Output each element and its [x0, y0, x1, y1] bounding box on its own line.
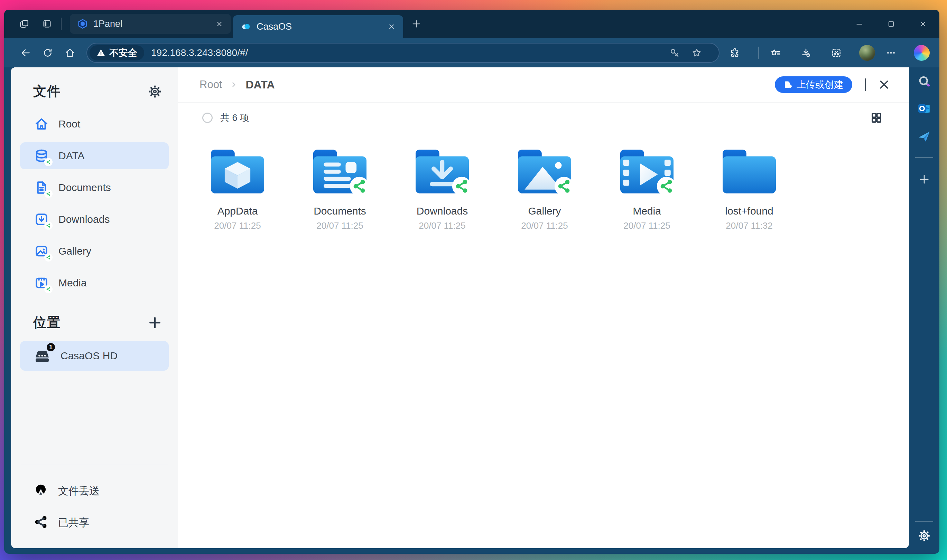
upload-or-create-button[interactable]: 上传或创建	[775, 76, 852, 93]
sidebar-item-documents[interactable]: Documents	[20, 174, 169, 201]
files-header: Root DATA 上传或创建	[178, 68, 909, 103]
tab-actions-icon	[19, 18, 29, 29]
tab-actions-button[interactable]	[17, 16, 32, 31]
location-item-casaos-hd[interactable]: 1 CasaOS HD	[20, 341, 169, 371]
breadcrumb-root[interactable]: Root	[199, 78, 222, 91]
share-badge	[44, 190, 52, 198]
home-button[interactable]	[62, 45, 77, 60]
file-card-gallery[interactable]: Gallery 20/07 11:25	[494, 147, 596, 231]
edge-sidebar-divider	[915, 521, 933, 522]
close-window-button[interactable]	[915, 16, 930, 31]
location-item-label: CasaOS HD	[60, 350, 117, 362]
sidebar-add-button[interactable]	[916, 171, 933, 188]
password-button[interactable]	[667, 45, 682, 60]
browser-menu-button[interactable]	[884, 45, 899, 60]
add-location-button[interactable]	[147, 315, 162, 330]
folder-icon	[391, 147, 494, 198]
upload-button-label: 上传或创建	[797, 78, 843, 91]
sidebar-search-button[interactable]	[916, 74, 933, 90]
key-icon	[669, 47, 680, 58]
sidebar-settings-button[interactable]	[147, 84, 162, 99]
edge-sidebar	[909, 68, 939, 548]
refresh-button[interactable]	[40, 45, 56, 60]
folder-icon	[698, 147, 800, 198]
sidebar-item-gallery[interactable]: Gallery	[20, 238, 169, 265]
search-icon	[917, 75, 932, 89]
sidebar-item-label: Documents	[59, 182, 111, 194]
security-badge[interactable]: 不安全	[89, 45, 144, 60]
file-card-media[interactable]: Media 20/07 11:25	[596, 147, 698, 231]
tab-close-icon[interactable]	[385, 20, 398, 33]
tab-close-icon[interactable]	[213, 18, 225, 30]
tab-title: CasaOS	[256, 22, 292, 32]
sidebar-drop-button[interactable]	[916, 128, 933, 145]
file-date: 20/07 11:25	[596, 220, 698, 231]
edge-sidebar-divider	[915, 157, 933, 158]
file-date: 20/07 11:25	[187, 220, 289, 231]
puzzle-icon	[729, 47, 740, 58]
sidebar-item-downloads[interactable]: Downloads	[20, 206, 169, 233]
tab-1panel[interactable]: 1Panel	[70, 14, 231, 34]
collections-star-icon	[770, 47, 781, 58]
grid-view-icon	[871, 112, 882, 124]
downloads-button[interactable]	[798, 45, 814, 60]
chevron-right-icon	[230, 81, 237, 88]
header-divider	[865, 78, 866, 91]
sidebar-footer-divider	[21, 465, 168, 465]
new-tab-button[interactable]	[409, 16, 424, 31]
sidebar-item-media[interactable]: Media	[20, 269, 169, 296]
file-card-downloads[interactable]: Downloads 20/07 11:25	[391, 147, 494, 231]
star-icon	[691, 47, 702, 58]
window-controls	[851, 16, 930, 31]
items-count-label: 共 6 项	[220, 112, 249, 124]
sidebar-settings-button[interactable]	[916, 528, 933, 544]
tab-title: 1Panel	[93, 18, 122, 29]
share-badge	[44, 253, 52, 262]
file-card-lost+found[interactable]: lost+found 20/07 11:32	[698, 147, 800, 231]
web-capture-button[interactable]	[829, 45, 844, 60]
favorites-bar-button[interactable]	[768, 45, 783, 60]
file-date: 20/07 11:32	[698, 220, 800, 231]
split-screen-icon	[42, 18, 52, 29]
files-sidebar: 文件 Root DATA	[11, 68, 178, 548]
grid-view-button[interactable]	[870, 111, 884, 125]
toolbar-divider	[758, 47, 759, 59]
select-all-circle[interactable]	[202, 112, 213, 123]
close-icon	[918, 19, 928, 29]
close-files-button[interactable]	[876, 77, 891, 92]
casaos-favicon	[241, 22, 251, 32]
folder-icon	[187, 147, 289, 198]
tabstrip-divider	[61, 18, 62, 30]
minimize-button[interactable]	[851, 16, 867, 31]
folder-icon	[494, 147, 596, 198]
back-button[interactable]	[18, 45, 33, 60]
split-screen-button[interactable]	[39, 16, 55, 31]
footer-item-label: 文件丢送	[58, 484, 100, 498]
sidebar-footer-item-1[interactable]: 已共享	[11, 507, 178, 538]
maximize-button[interactable]	[884, 16, 899, 31]
sidebar-item-data[interactable]: DATA	[20, 142, 169, 169]
breadcrumb-current: DATA	[245, 78, 275, 91]
notification-badge: 1	[46, 342, 56, 352]
profile-avatar[interactable]	[859, 45, 875, 61]
sidebar-item-root[interactable]: Root	[20, 111, 169, 137]
plus-icon	[411, 18, 421, 29]
sidebar-outlook-button[interactable]	[916, 100, 933, 117]
sidebar-footer-item-0[interactable]: 文件丢送	[11, 475, 178, 507]
extensions-button[interactable]	[727, 45, 742, 60]
share-badge	[44, 285, 52, 293]
drive-icon	[33, 359, 51, 365]
1panel-favicon	[77, 18, 88, 29]
file-name: Downloads	[391, 205, 494, 217]
browser-window: 1Panel CasaOS	[4, 10, 939, 554]
file-card-documents[interactable]: Documents 20/07 11:25	[289, 147, 391, 231]
tab-casaos[interactable]: CasaOS	[233, 15, 403, 38]
paper-plane-icon	[917, 129, 932, 144]
gear-icon	[147, 84, 162, 99]
sidebar-item-label: Media	[59, 277, 87, 289]
favorite-button[interactable]	[689, 45, 704, 60]
file-card-appdata[interactable]: AppData 20/07 11:25	[187, 147, 289, 231]
copilot-icon[interactable]	[914, 45, 930, 61]
address-bar[interactable]: 不安全 192.168.3.243:8080/#/	[86, 43, 719, 63]
toolbar-right-cluster	[727, 45, 930, 61]
